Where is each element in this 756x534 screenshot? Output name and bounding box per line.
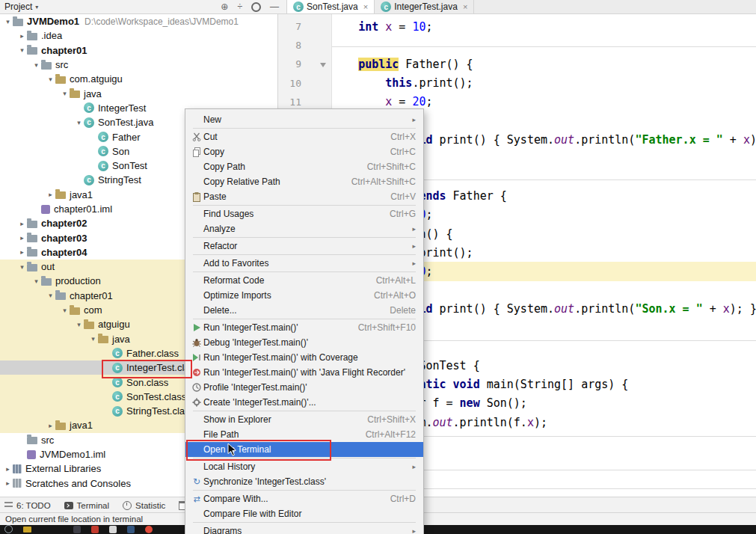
tree-item-jvmdemo1[interactable]: ▾JVMDemo1D:\code\Workspace_ideas\JVMDemo… (0, 14, 277, 28)
explorer-icon[interactable] (23, 527, 31, 533)
expand-arrow-icon[interactable]: ▾ (74, 119, 84, 126)
tab-sontest-java[interactable]: cSonTest.java× (287, 0, 375, 13)
menu-item-show-in-explorer[interactable]: Show in ExplorerCtrl+Shift+X (185, 412, 423, 427)
menu-item-label: Local History (203, 461, 255, 472)
class-icon: c (84, 117, 94, 128)
menu-item-diagrams[interactable]: Diagrams▸ (185, 524, 423, 534)
expand-arrow-icon[interactable]: ▸ (46, 422, 55, 429)
expand-arrow-icon[interactable]: ▸ (17, 220, 27, 227)
expand-arrow-icon[interactable]: ▾ (31, 61, 41, 69)
package-icon (55, 423, 66, 430)
menu-item-file-path[interactable]: File PathCtrl+Alt+F12 (185, 427, 423, 442)
expand-arrow-icon[interactable]: ▾ (60, 307, 70, 314)
folder-icon (27, 47, 37, 55)
menu-item-run-integertest-main[interactable]: Run 'IntegerTest.main()'Ctrl+Shift+F10 (185, 320, 423, 335)
expand-arrow-icon[interactable]: ▾ (88, 335, 98, 343)
menu-item-copy-relative-path[interactable]: Copy Relative PathCtrl+Alt+Shift+C (185, 174, 423, 189)
toolbar-item-statistic[interactable]: Statistic (123, 501, 165, 510)
submenu-arrow-icon: ▸ (412, 527, 416, 534)
code-line-8[interactable]: 8 (277, 36, 756, 55)
close-icon[interactable]: × (363, 2, 368, 11)
expand-arrow-icon[interactable]: ▸ (3, 479, 13, 487)
expand-arrow-icon[interactable]: ▸ (46, 191, 55, 198)
tree-item-chapter01[interactable]: ▾chapter01 (0, 43, 277, 58)
app-icon-3[interactable] (109, 526, 117, 533)
expand-arrow-icon[interactable]: ▾ (31, 277, 41, 285)
menu-item-copy[interactable]: CopyCtrl+C (185, 144, 423, 159)
coverage-icon (190, 353, 203, 362)
class-icon: c (84, 102, 94, 113)
chevron-down-icon[interactable]: ▾ (35, 4, 38, 10)
menu-item-run-integertest-main-with-coverage[interactable]: Run 'IntegerTest.main()' with Coverage (185, 350, 423, 365)
code-line-9[interactable]: 9 public Father() { (277, 55, 756, 73)
close-icon[interactable]: × (463, 2, 467, 11)
tree-item-com-atguigu[interactable]: ▾com.atguigu (0, 72, 277, 86)
menu-item-copy-path[interactable]: Copy PathCtrl+Shift+C (185, 159, 423, 174)
tree-item-label: StringTest (98, 174, 141, 185)
expand-arrow-icon[interactable]: ▸ (17, 248, 27, 256)
tree-item-label: java1 (70, 420, 93, 431)
expand-arrow-icon[interactable]: ▸ (17, 32, 27, 40)
menu-item-paste[interactable]: PasteCtrl+V (185, 189, 423, 204)
app-icon-5[interactable] (145, 526, 153, 533)
tree-item-java[interactable]: ▾java (0, 86, 277, 100)
collapse-all-icon[interactable]: ÷ (237, 1, 242, 12)
menu-item-compare-with[interactable]: ⇄Compare With...Ctrl+D (185, 491, 423, 506)
app-icon-4[interactable] (127, 526, 135, 533)
menu-item-compare-file-with-editor[interactable]: Compare File with Editor (185, 506, 423, 521)
hide-icon[interactable]: — (270, 1, 279, 12)
expand-arrow-icon[interactable]: ▾ (46, 292, 55, 299)
line-number[interactable]: 7 (277, 21, 331, 32)
package-icon (84, 322, 94, 329)
menu-item-refactor[interactable]: Refactor▸ (185, 239, 423, 254)
menu-item-new[interactable]: New▸ (185, 112, 423, 127)
expand-arrow-icon[interactable]: ▾ (3, 18, 13, 25)
line-number[interactable]: 11 (277, 96, 331, 108)
app-icon-2[interactable] (91, 526, 99, 533)
app-icon-1[interactable] (73, 526, 81, 533)
settings-icon[interactable] (251, 2, 261, 12)
menu-item-shortcut: Ctrl+Alt+O (365, 290, 416, 301)
menu-item-add-to-favorites[interactable]: Add to Favorites▸ (185, 256, 423, 271)
locate-icon[interactable]: ⊕ (221, 1, 228, 12)
tree-item-idea[interactable]: ▸.idea (0, 28, 277, 43)
tab-integertest-java[interactable]: cIntegerTest.java× (375, 0, 474, 13)
expand-arrow-icon[interactable]: ▾ (74, 321, 84, 328)
menu-item-synchronize-integertest-class[interactable]: ↻Synchronize 'IntegerTest.class' (185, 474, 423, 489)
toolbar-item-terminal[interactable]: Terminal (64, 501, 109, 510)
tree-item-label: Son.class (126, 377, 168, 388)
create-icon (190, 398, 203, 407)
menu-item-profile-integertest-main[interactable]: Profile 'IntegerTest.main()' (185, 380, 423, 395)
toolbar-item-6-todo[interactable]: 6: TODO (4, 501, 51, 510)
class-icon: c (112, 406, 123, 417)
menu-item-create-integertest-main[interactable]: Create 'IntegerTest.main()'... (185, 395, 423, 410)
expand-arrow-icon[interactable]: ▾ (60, 90, 70, 97)
expand-arrow-icon[interactable]: ▾ (17, 46, 27, 54)
fold-arrow-icon[interactable] (320, 63, 326, 67)
code-line-7[interactable]: 7 int x = 10; (277, 17, 756, 36)
jfr-icon (190, 368, 203, 377)
menu-item-reformat-code[interactable]: Reformat CodeCtrl+Alt+L (185, 273, 423, 288)
code-line-10[interactable]: 10 this.print(); (277, 74, 756, 93)
menu-item-cut[interactable]: CutCtrl+X (185, 129, 423, 144)
menu-item-label: Run 'IntegerTest.main()' with Coverage (203, 352, 358, 363)
menu-item-analyze[interactable]: Analyze▸ (185, 221, 423, 236)
tree-item-src[interactable]: ▾src (0, 58, 277, 72)
expand-arrow-icon[interactable]: ▸ (17, 234, 27, 242)
menu-item-run-integertest-main-with-java-flight-recorder[interactable]: Run 'IntegerTest.main()' with 'Java Flig… (185, 365, 423, 380)
tree-item-label: External Libraries (25, 463, 101, 474)
expand-arrow-icon[interactable]: ▾ (17, 263, 27, 271)
menu-item-find-usages[interactable]: Find UsagesCtrl+G (185, 206, 423, 221)
menu-item-delete[interactable]: Delete...Delete (185, 303, 423, 318)
menu-item-optimize-imports[interactable]: Optimize ImportsCtrl+Alt+O (185, 288, 423, 303)
start-icon[interactable] (4, 525, 13, 533)
menu-item-open-in-terminal[interactable]: Open in Terminal (185, 442, 423, 457)
expand-arrow-icon[interactable]: ▸ (3, 465, 13, 473)
menu-separator (193, 522, 416, 523)
line-number[interactable]: 8 (277, 40, 331, 51)
tree-item-label: chapter04 (41, 247, 87, 258)
line-number[interactable]: 10 (277, 78, 331, 89)
menu-item-local-history[interactable]: Local History▸ (185, 459, 423, 474)
menu-item-debug-integertest-main[interactable]: Debug 'IntegerTest.main()' (185, 335, 423, 350)
expand-arrow-icon[interactable]: ▾ (46, 76, 55, 83)
